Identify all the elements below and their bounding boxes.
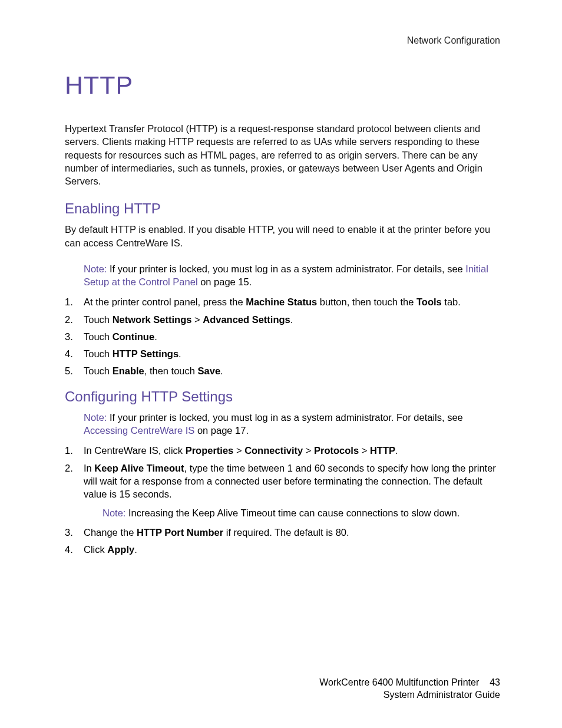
note-label: Note: (84, 263, 107, 274)
step-text: tab. (442, 297, 461, 307)
footer-product: WorkCentre 6400 Multifunction Printer (319, 677, 479, 687)
step-text: In (84, 463, 94, 473)
footer-guide: System Administrator Guide (319, 689, 500, 701)
step-text: At the printer control panel, press the (84, 297, 246, 307)
heading-configuring-http: Configuring HTTP Settings (65, 388, 500, 405)
note-text-post: on page 15. (198, 276, 252, 287)
step-text: > (233, 445, 244, 456)
note-configuring-http: Note: If your printer is locked, you mus… (84, 411, 500, 437)
step-bold: Apply (107, 544, 134, 555)
heading-enabling-http: Enabling HTTP (65, 200, 500, 217)
list-item: Touch Continue. (65, 330, 500, 343)
step-text: . (290, 314, 293, 325)
step-text: In CentreWare IS, click (84, 445, 186, 456)
enabling-http-paragraph: By default HTTP is enabled. If you disab… (65, 223, 500, 249)
page-title: HTTP (65, 71, 500, 100)
link-accessing-centreware[interactable]: Accessing CentreWare IS (84, 425, 194, 436)
step-text: Touch (84, 365, 113, 376)
step-text: . (395, 445, 398, 456)
step-bold: Keep Alive Timeout (94, 463, 184, 473)
step-bold: HTTP (370, 445, 395, 456)
page-number: 43 (490, 677, 500, 687)
step-text: . (134, 544, 137, 555)
note-text: Increasing the Keep Alive Timeout time c… (125, 508, 459, 518)
step-text: button, then touch the (317, 297, 416, 307)
step-text: > (303, 445, 314, 456)
step-text: if required. The default is 80. (223, 527, 349, 538)
steps-configuring-http: In CentreWare IS, click Properties > Con… (65, 444, 500, 556)
step-text: , then touch (144, 365, 198, 376)
step-bold: Properties (186, 445, 234, 456)
list-item: At the printer control panel, press the … (65, 295, 500, 308)
step-bold: Save (198, 365, 221, 376)
step-text: . (220, 365, 223, 376)
step-text: . (178, 348, 181, 359)
step-text: > (191, 314, 203, 325)
list-item: Touch Network Settings > Advanced Settin… (65, 313, 500, 326)
steps-enabling-http: At the printer control panel, press the … (65, 295, 500, 377)
page-footer: WorkCentre 6400 Multifunction Printer43 … (319, 676, 500, 701)
intro-paragraph: Hypertext Transfer Protocol (HTTP) is a … (65, 122, 500, 187)
step-text: Change the (84, 527, 137, 538)
step-bold: Connectivity (244, 445, 303, 456)
step-text: Touch (84, 314, 113, 325)
step-bold: Tools (416, 297, 442, 307)
step-text: . (154, 331, 157, 342)
note-text-pre: If your printer is locked, you must log … (107, 263, 465, 274)
step-bold: Continue (113, 331, 155, 342)
step-bold: Network Settings (113, 314, 192, 325)
list-item: Touch Enable, then touch Save. (65, 364, 500, 377)
note-label: Note: (84, 412, 107, 423)
list-item: In Keep Alive Timeout, type the time bet… (65, 462, 500, 520)
step-text: Touch (84, 331, 113, 342)
list-item: Click Apply. (65, 543, 500, 556)
step-text: Click (84, 544, 107, 555)
inline-note: Note: Increasing the Keep Alive Timeout … (103, 506, 500, 519)
list-item: Touch HTTP Settings. (65, 347, 500, 360)
step-bold: Advanced Settings (203, 314, 290, 325)
step-text: > (359, 445, 370, 456)
step-bold: HTTP Settings (113, 348, 178, 359)
list-item: Change the HTTP Port Number if required.… (65, 526, 500, 539)
step-bold: Protocols (314, 445, 359, 456)
step-bold: Enable (113, 365, 144, 376)
step-text: Touch (84, 348, 113, 359)
step-bold: HTTP Port Number (137, 527, 223, 538)
page-header-section: Network Configuration (65, 35, 500, 46)
note-text-pre: If your printer is locked, you must log … (107, 412, 462, 423)
step-bold: Machine Status (246, 297, 317, 307)
list-item: In CentreWare IS, click Properties > Con… (65, 444, 500, 457)
note-label: Note: (103, 508, 125, 518)
note-enabling-http: Note: If your printer is locked, you mus… (84, 262, 500, 289)
note-text-post: on page 17. (194, 425, 249, 436)
